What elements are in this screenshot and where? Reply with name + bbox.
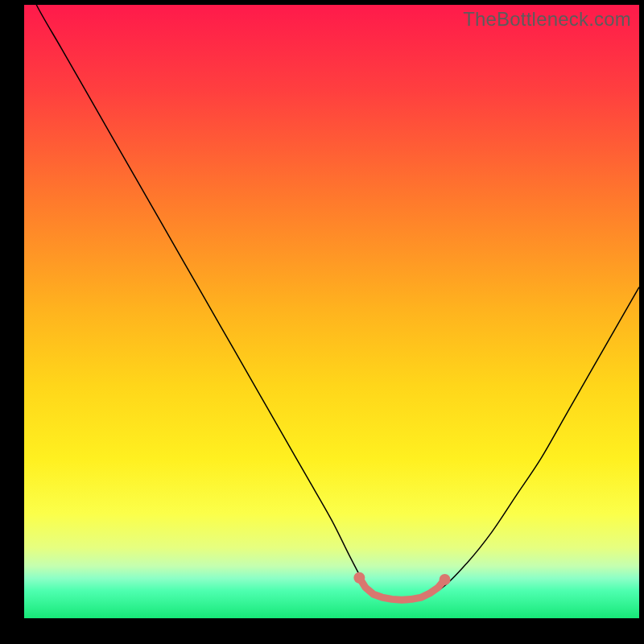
plot-area: TheBottleneck.com [24, 5, 639, 618]
minimum-band-line [359, 578, 444, 600]
chart-frame: TheBottleneck.com [0, 0, 644, 644]
minimum-band [353, 572, 450, 600]
minimum-band-start-dot [353, 572, 365, 584]
bottleneck-curve [24, 0, 639, 600]
chart-svg [24, 5, 639, 618]
minimum-band-end-dot [440, 574, 451, 585]
